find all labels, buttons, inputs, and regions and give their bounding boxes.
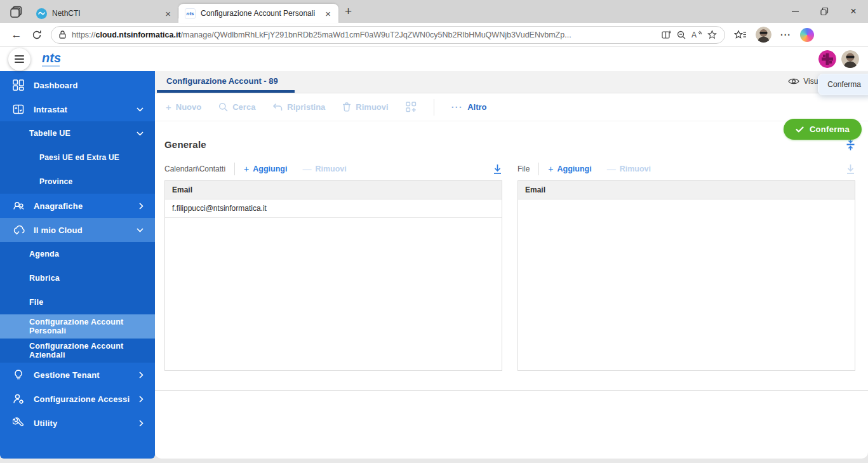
toolbar-divider: [434, 99, 434, 116]
widgets-button[interactable]: [406, 102, 417, 112]
svg-text:A: A: [691, 30, 697, 39]
sidebar: Dashboard Intrastat Tabelle UE Paesi UE …: [0, 71, 155, 459]
panel-label: File: [517, 164, 530, 173]
chevron-down-icon: [137, 107, 144, 112]
file-panel: File + Aggiungi — Rimuovi: [517, 159, 855, 371]
panel-divider: [234, 163, 235, 175]
lightbulb-icon: [13, 369, 25, 380]
user-avatar[interactable]: [841, 50, 859, 68]
company-avatar[interactable]: [818, 50, 836, 68]
sidebar-item-intrastat[interactable]: Intrastat: [0, 97, 155, 121]
conferma-button[interactable]: Conferma: [784, 119, 862, 140]
read-aloud-icon[interactable]: A: [691, 30, 702, 39]
sidebar-item-rubrica[interactable]: Rubrica: [0, 266, 155, 290]
sidebar-item-configurazione-accessi[interactable]: Configurazione Accessi: [0, 387, 155, 411]
document-tab[interactable]: Configurazione Account - 89: [157, 70, 295, 93]
check-icon: [796, 126, 804, 133]
chevron-right-icon: [139, 203, 144, 210]
sidebar-item-file[interactable]: File: [0, 290, 155, 314]
undo-icon: [272, 103, 283, 112]
browser-navbar: ← https://cloud.ntsinformatica.it/manage…: [0, 23, 868, 47]
section-title: Generale: [164, 139, 206, 150]
lock-icon: [59, 30, 66, 39]
sidebar-item-configurazione-account-aziendali[interactable]: Configurazione Account Aziendali: [0, 339, 155, 363]
sidebar-item-province[interactable]: Province: [0, 170, 155, 194]
document-tabstrip: Configurazione Account - 89 Visualizza: [155, 71, 868, 93]
tab-title: NethCTI: [52, 9, 159, 18]
refresh-icon[interactable]: [27, 30, 47, 40]
workspaces-icon[interactable]: [10, 6, 22, 18]
table-row[interactable]: f.filippucci@ntsinformatica.it: [165, 199, 502, 218]
form-content: Generale Calendari\Contatti + Aggiungi: [155, 121, 868, 459]
collapse-section-icon[interactable]: [846, 138, 855, 151]
sidebar-item-utility[interactable]: Utility: [0, 411, 155, 435]
panel-label: Calendari\Contatti: [164, 164, 225, 173]
app-header: nts: [0, 47, 868, 71]
section-divider: [155, 390, 868, 391]
sidebar-item-tabelle-ue[interactable]: Tabelle UE: [0, 121, 155, 145]
sidebar-item-paesi-ue[interactable]: Paesi UE ed Extra UE: [0, 145, 155, 170]
nethcti-favicon: [36, 8, 47, 19]
ripristina-button[interactable]: Ripristina: [272, 102, 325, 112]
minus-icon: —: [302, 164, 311, 174]
url-text: https://cloud.ntsinformatica.it/manage/Q…: [72, 30, 656, 39]
altro-button[interactable]: ··· Altro: [451, 102, 487, 112]
download-icon[interactable]: [846, 164, 855, 175]
browser-profile-avatar[interactable]: [756, 27, 771, 43]
split-screen-icon[interactable]: [662, 30, 671, 39]
wrench-icon: [13, 417, 25, 429]
chevron-right-icon: [139, 420, 144, 427]
toolbar: + Nuovo Cerca Ripristina Rimuovi ··· Al: [155, 93, 868, 121]
copilot-icon[interactable]: [800, 28, 814, 42]
window-minimize-icon[interactable]: [780, 0, 810, 23]
calendari-contatti-panel: Calendari\Contatti + Aggiungi — Rimuovi: [164, 159, 502, 371]
browser-tab-nethcti[interactable]: NethCTI ×: [30, 4, 178, 23]
sidebar-item-dashboard[interactable]: Dashboard: [0, 73, 155, 97]
zoom-out-icon[interactable]: [677, 30, 686, 39]
minus-icon: —: [607, 164, 616, 174]
aggiungi-button[interactable]: + Aggiungi: [548, 164, 591, 174]
cerca-button[interactable]: Cerca: [218, 102, 255, 112]
chevron-down-icon: [137, 228, 144, 232]
browser-titlebar: NethCTI × nts Configurazione Account Per…: [0, 0, 868, 23]
window-close-icon[interactable]: ×: [839, 0, 868, 23]
trash-icon: [342, 102, 351, 112]
conferma-tooltip: Conferma: [818, 74, 868, 95]
eye-icon: [788, 77, 799, 85]
address-bar[interactable]: https://cloud.ntsinformatica.it/manage/Q…: [51, 26, 725, 44]
browser-tab-active[interactable]: nts Configurazione Account Personali ×: [178, 4, 338, 23]
main-content: Configurazione Account - 89 Visualizza C…: [155, 71, 868, 459]
menu-toggle-icon[interactable]: [8, 48, 30, 70]
intrastat-icon: [13, 104, 25, 115]
favorite-star-icon[interactable]: [707, 30, 717, 39]
email-grid: Email: [517, 180, 855, 371]
new-tab-icon[interactable]: +: [345, 4, 352, 18]
search-icon: [218, 102, 228, 112]
ellipsis-icon: ···: [451, 102, 464, 112]
chevron-down-icon: [137, 131, 144, 136]
back-icon[interactable]: ←: [6, 29, 27, 41]
browser-settings-icon[interactable]: ···: [780, 30, 791, 40]
people-icon: [13, 200, 25, 211]
email-grid: Email f.filippucci@ntsinformatica.it: [164, 180, 502, 371]
sidebar-item-gestione-tenant[interactable]: Gestione Tenant: [0, 363, 155, 387]
favorites-bar-icon[interactable]: [734, 30, 747, 40]
download-icon[interactable]: [493, 164, 502, 175]
rimuovi-button[interactable]: — Rimuovi: [607, 164, 651, 174]
sidebar-item-anagrafiche[interactable]: Anagrafiche: [0, 194, 155, 218]
tab-close-icon[interactable]: ×: [164, 8, 172, 19]
rimuovi-button[interactable]: — Rimuovi: [302, 164, 346, 174]
chevron-right-icon: [139, 372, 144, 379]
column-header-email[interactable]: Email: [518, 181, 855, 199]
window-restore-icon[interactable]: [810, 0, 839, 23]
column-header-email[interactable]: Email: [165, 181, 502, 199]
aggiungi-button[interactable]: + Aggiungi: [244, 164, 287, 174]
rimuovi-button[interactable]: Rimuovi: [342, 102, 388, 112]
nuovo-button[interactable]: + Nuovo: [166, 102, 201, 112]
sidebar-item-il-mio-cloud[interactable]: Il mio Cloud: [0, 218, 155, 242]
sidebar-item-agenda[interactable]: Agenda: [0, 242, 155, 266]
user-gear-icon: [13, 393, 25, 405]
nts-favicon: nts: [185, 8, 196, 19]
tab-close-icon[interactable]: ×: [324, 8, 332, 19]
sidebar-item-configurazione-account-personali[interactable]: Configurazione Account Personali: [0, 314, 155, 339]
